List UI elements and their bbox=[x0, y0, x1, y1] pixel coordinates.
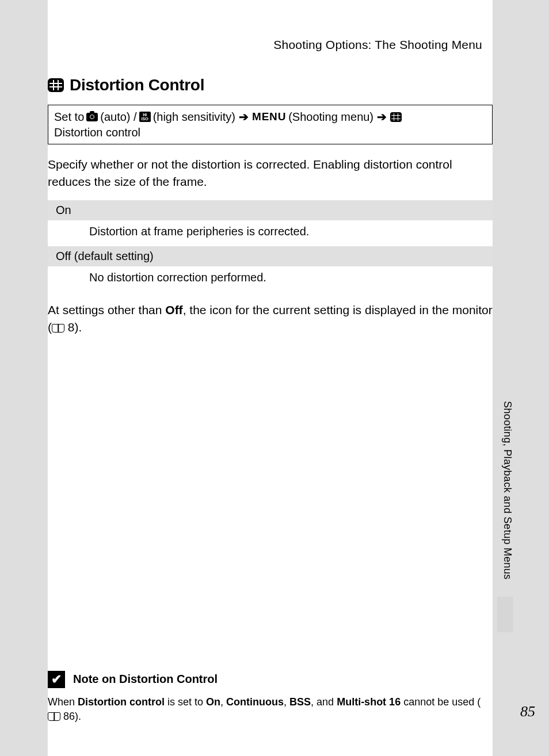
nav-label-hs: (high sensitivity) bbox=[153, 110, 235, 124]
arrow-icon: ➔ bbox=[377, 110, 387, 124]
note-section: ✔ Note on Distortion Control When Distor… bbox=[48, 671, 493, 724]
chapter-tab-label: Shooting, Playback and Setup Menus bbox=[501, 401, 513, 579]
page-title-row: Distortion Control bbox=[48, 76, 493, 94]
nav-label-dest: Distortion control bbox=[54, 126, 140, 139]
arrow-icon: ➔ bbox=[239, 110, 249, 124]
distortion-control-icon bbox=[390, 112, 402, 122]
page-title: Distortion Control bbox=[70, 76, 204, 94]
note-body: When Distortion control is set to On, Co… bbox=[48, 695, 493, 724]
note-title-row: ✔ Note on Distortion Control bbox=[48, 671, 493, 688]
menu-button-label: MENU bbox=[252, 110, 286, 123]
camera-icon bbox=[86, 113, 98, 121]
nav-label-shootmenu: (Shooting menu) bbox=[288, 110, 373, 124]
footer-note: At settings other than Off, the icon for… bbox=[48, 301, 493, 337]
note-title: Note on Distortion Control bbox=[73, 673, 218, 686]
options-table: On Distortion at frame peripheries is co… bbox=[48, 200, 493, 292]
intro-text: Specify whether or not the distortion is… bbox=[48, 156, 493, 191]
nav-label-auto: (auto) / bbox=[100, 110, 136, 124]
nav-path-box: Set to (auto) / HIISO (high sensitivity)… bbox=[48, 105, 493, 144]
caution-check-icon: ✔ bbox=[48, 671, 65, 688]
manual-page: Shooting Options: The Shooting Menu Dist… bbox=[48, 0, 493, 756]
option-row-desc: No distortion correction performed. bbox=[48, 266, 493, 292]
chapter-tab-block bbox=[497, 597, 513, 632]
page-ref-icon bbox=[48, 712, 60, 721]
section-header: Shooting Options: The Shooting Menu bbox=[48, 38, 493, 52]
distortion-control-icon bbox=[48, 78, 64, 92]
page-number: 85 bbox=[520, 703, 535, 720]
option-row-desc: Distortion at frame peripheries is corre… bbox=[48, 220, 493, 246]
nav-label-setto: Set to bbox=[54, 110, 84, 124]
high-iso-icon: HIISO bbox=[139, 112, 151, 122]
option-row-header: Off (default setting) bbox=[48, 246, 493, 266]
page-ref-icon bbox=[52, 324, 64, 333]
option-row-header: On bbox=[48, 200, 493, 220]
